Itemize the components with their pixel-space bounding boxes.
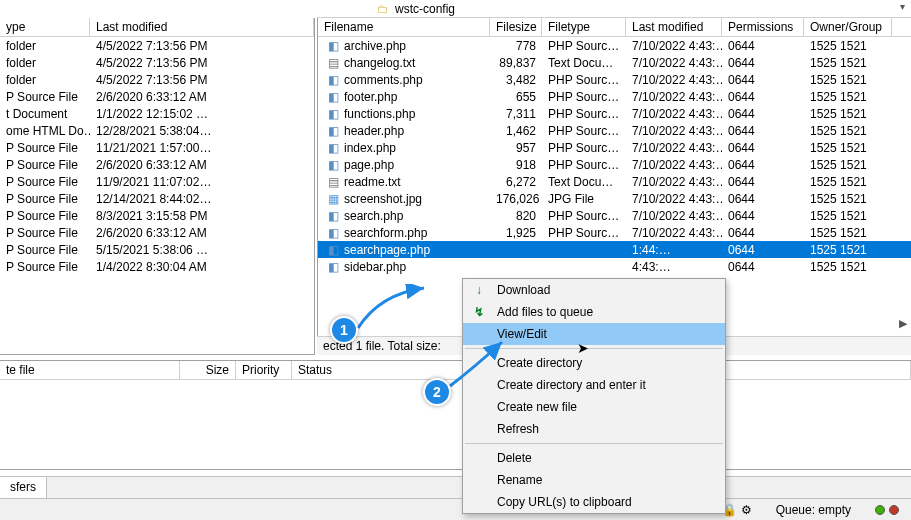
remote-row[interactable]: sidebar.php4:43:…06441525 1521 [318, 258, 911, 275]
cursor-icon: ➤ [577, 340, 589, 356]
local-row[interactable]: P Source File8/3/2021 3:15:58 PM [0, 207, 314, 224]
breadcrumb-label: wstc-config [395, 2, 455, 16]
local-row[interactable]: P Source File2/6/2020 6:33:12 AM [0, 224, 314, 241]
col-filesize[interactable]: Filesize [490, 18, 542, 36]
local-row[interactable]: P Source File11/21/2021 1:57:00… [0, 139, 314, 156]
cell-filename: archive.php [318, 39, 490, 53]
menu-item-delete[interactable]: Delete [463, 447, 725, 469]
local-row[interactable]: t Document1/1/2022 12:15:02 … [0, 105, 314, 122]
remote-row[interactable]: comments.php3,482PHP Sourc…7/10/2022 4:4… [318, 71, 911, 88]
local-row[interactable]: folder4/5/2022 7:13:56 PM [0, 71, 314, 88]
cell-lastmodified: 7/10/2022 4:43:… [626, 158, 722, 172]
cell-filetype: PHP Sourc… [542, 73, 626, 87]
menu-item-create-new-file[interactable]: Create new file [463, 396, 725, 418]
local-row[interactable]: ome HTML Do…12/28/2021 5:38:04… [0, 122, 314, 139]
cell-lastmodified: 7/10/2022 4:43:… [626, 56, 722, 70]
cell-filename: search.php [318, 209, 490, 223]
cell-lastmodified: 11/9/2021 11:07:02… [90, 175, 314, 189]
folder-icon [377, 2, 391, 16]
scroll-right-icon[interactable]: ▶ [899, 317, 907, 330]
cell-filename: comments.php [318, 73, 490, 87]
remote-row[interactable]: index.php957PHP Sourc…7/10/2022 4:43:…06… [318, 139, 911, 156]
cell-lastmodified: 2/6/2020 6:33:12 AM [90, 158, 314, 172]
cell-lastmodified: 7/10/2022 4:43:… [626, 141, 722, 155]
annotation-badge-1: 1 [330, 316, 358, 344]
cell-filesize: 778 [490, 39, 542, 53]
col-filename[interactable]: Filename [318, 18, 490, 36]
cell-filetype: P Source File [0, 192, 90, 206]
col-permissions[interactable]: Permissions [722, 18, 804, 36]
remote-row[interactable]: archive.php778PHP Sourc…7/10/2022 4:43:…… [318, 37, 911, 54]
local-row[interactable]: folder4/5/2022 7:13:56 PM [0, 54, 314, 71]
menu-item-label: Add files to queue [497, 305, 593, 319]
cell-permissions: 0644 [722, 243, 804, 257]
local-row[interactable]: P Source File2/6/2020 6:33:12 AM [0, 156, 314, 173]
cell-lastmodified: 5/15/2021 5:38:06 … [90, 243, 314, 257]
local-row[interactable]: P Source File11/9/2021 11:07:02… [0, 173, 314, 190]
remote-row[interactable]: screenshot.jpg176,026JPG File7/10/2022 4… [318, 190, 911, 207]
cell-filetype: P Source File [0, 243, 90, 257]
col-size[interactable]: Size [180, 361, 236, 379]
cell-lastmodified: 4/5/2022 7:13:56 PM [90, 73, 314, 87]
download-icon [471, 283, 487, 297]
menu-item-refresh[interactable]: Refresh [463, 418, 725, 440]
queue-status[interactable]: Queue: empty [770, 503, 857, 517]
local-row[interactable]: P Source File1/4/2022 8:30:04 AM [0, 258, 314, 275]
local-row[interactable]: P Source File2/6/2020 6:33:12 AM [0, 88, 314, 105]
cell-lastmodified: 7/10/2022 4:43:… [626, 192, 722, 206]
cell-filetype: PHP Sourc… [542, 39, 626, 53]
col-lastmodified[interactable]: Last modified [626, 18, 722, 36]
remote-row[interactable]: changelog.txt89,837Text Docu…7/10/2022 4… [318, 54, 911, 71]
remote-row[interactable]: readme.txt6,272Text Docu…7/10/2022 4:43:… [318, 173, 911, 190]
cell-owner: 1525 1521 [804, 260, 892, 274]
remote-row[interactable]: functions.php7,311PHP Sourc…7/10/2022 4:… [318, 105, 911, 122]
cell-lastmodified: 7/10/2022 4:43:… [626, 90, 722, 104]
menu-item-rename[interactable]: Rename [463, 469, 725, 491]
col-filetype[interactable]: ype [0, 18, 90, 36]
php-file-icon [328, 243, 342, 257]
cell-filetype: Text Docu… [542, 56, 626, 70]
menu-item-add-files-to-queue[interactable]: Add files to queue [463, 301, 725, 323]
col-remote-file[interactable]: te file [0, 361, 180, 379]
cell-filesize: 1,925 [490, 226, 542, 240]
local-header-row[interactable]: ype Last modified [0, 18, 314, 37]
chevron-down-icon[interactable]: ▾ [900, 1, 905, 12]
cell-lastmodified: 12/28/2021 5:38:04… [90, 124, 314, 138]
cell-lastmodified: 7/10/2022 4:43:… [626, 226, 722, 240]
cell-permissions: 0644 [722, 226, 804, 240]
tab-transfers[interactable]: sfers [0, 477, 47, 498]
cell-lastmodified: 1/4/2022 8:30:04 AM [90, 260, 314, 274]
local-row[interactable]: P Source File12/14/2021 8:44:02… [0, 190, 314, 207]
php-file-icon [328, 90, 342, 104]
remote-header-row[interactable]: FilenameFilesizeFiletypeLast modifiedPer… [318, 18, 911, 37]
menu-item-copy-url-s-to-clipboard[interactable]: Copy URL(s) to clipboard [463, 491, 725, 513]
cell-filetype: PHP Sourc… [542, 141, 626, 155]
remote-row[interactable]: page.php918PHP Sourc…7/10/2022 4:43:…064… [318, 156, 911, 173]
cell-filetype: P Source File [0, 260, 90, 274]
cell-filetype: ome HTML Do… [0, 124, 90, 138]
remote-row[interactable]: footer.php655PHP Sourc…7/10/2022 4:43:…0… [318, 88, 911, 105]
txt-file-icon [328, 175, 342, 189]
led-green [875, 505, 885, 515]
cell-permissions: 0644 [722, 39, 804, 53]
cell-permissions: 0644 [722, 175, 804, 189]
cell-filetype: t Document [0, 107, 90, 121]
local-row[interactable]: P Source File5/15/2021 5:38:06 … [0, 241, 314, 258]
remote-row[interactable]: searchform.php1,925PHP Sourc…7/10/2022 4… [318, 224, 911, 241]
menu-item-download[interactable]: Download [463, 279, 725, 301]
remote-row[interactable]: search.php820PHP Sourc…7/10/2022 4:43:…0… [318, 207, 911, 224]
php-file-icon [328, 260, 342, 274]
cell-filetype: P Source File [0, 175, 90, 189]
cell-owner: 1525 1521 [804, 226, 892, 240]
cell-permissions: 0644 [722, 73, 804, 87]
col-filetype[interactable]: Filetype [542, 18, 626, 36]
col-priority[interactable]: Priority [236, 361, 292, 379]
remote-breadcrumb[interactable]: wstc-config ▾ [317, 0, 911, 18]
remote-row[interactable]: searchpage.php1:44:…06441525 1521 [318, 241, 911, 258]
remote-row[interactable]: header.php1,462PHP Sourc…7/10/2022 4:43:… [318, 122, 911, 139]
cell-filename: page.php [318, 158, 490, 172]
col-ownergroup[interactable]: Owner/Group [804, 18, 892, 36]
col-lastmodified[interactable]: Last modified [90, 18, 314, 36]
local-row[interactable]: folder4/5/2022 7:13:56 PM [0, 37, 314, 54]
cell-owner: 1525 1521 [804, 90, 892, 104]
